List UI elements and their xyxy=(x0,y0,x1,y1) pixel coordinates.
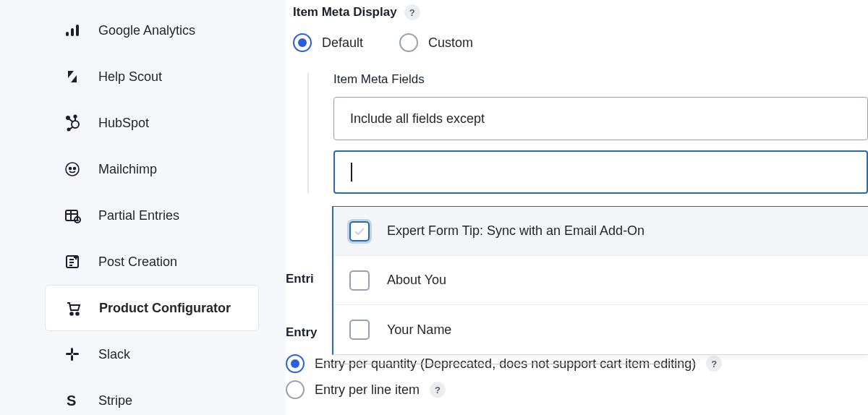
radio-circle-icon xyxy=(286,380,305,399)
item-meta-display-radios: Default Custom xyxy=(293,33,868,52)
mailchimp-icon xyxy=(64,161,85,178)
option-label: Your Name xyxy=(387,322,451,338)
svg-point-11 xyxy=(69,168,72,170)
option-label: About You xyxy=(387,273,446,288)
sidebar-item-help-scout[interactable]: Help Scout xyxy=(0,54,268,100)
svg-point-7 xyxy=(74,115,76,117)
svg-text:S: S xyxy=(67,393,76,408)
checkbox-icon[interactable] xyxy=(349,320,370,340)
post-creation-icon xyxy=(64,253,85,270)
item-meta-display-label: Item Meta Display ? xyxy=(293,4,420,20)
sidebar-item-stripe[interactable]: S Stripe xyxy=(0,377,268,415)
help-icon[interactable]: ? xyxy=(706,356,722,372)
sidebar-item-label: Product Configurator xyxy=(99,301,231,316)
radio-label: Entry per quantity (Deprecated, does not… xyxy=(315,356,696,372)
svg-rect-25 xyxy=(66,353,72,355)
sidebar-item-slack[interactable]: Slack xyxy=(0,331,268,377)
entry-creation-radios: Entry per quantity (Deprecated, does not… xyxy=(286,354,868,399)
svg-point-9 xyxy=(68,129,70,131)
hubspot-icon xyxy=(64,114,85,132)
sidebar-item-label: Slack xyxy=(98,347,130,362)
meta-fields-multiselect-input[interactable] xyxy=(333,150,868,194)
radio-entry-per-quantity[interactable]: Entry per quantity (Deprecated, does not… xyxy=(286,354,868,373)
sidebar-item-label: Mailchimp xyxy=(98,162,157,177)
svg-rect-1 xyxy=(71,28,74,36)
radio-entry-per-line-item[interactable]: Entry per line item ? xyxy=(286,380,868,399)
radio-custom[interactable]: Custom xyxy=(399,33,473,52)
sidebar: Google Analytics Help Scout HubSpot Mail… xyxy=(0,0,268,415)
sidebar-item-google-analytics[interactable]: Google Analytics xyxy=(0,7,268,54)
text-cursor-icon xyxy=(351,163,352,181)
partial-entries-icon xyxy=(64,207,85,224)
radio-label: Custom xyxy=(428,35,473,51)
svg-rect-2 xyxy=(76,25,79,36)
help-icon[interactable]: ? xyxy=(430,382,446,398)
svg-rect-26 xyxy=(73,353,79,355)
dropdown-option[interactable]: Expert Form Tip: Sync with an Email Add-… xyxy=(333,207,868,256)
sidebar-item-post-creation[interactable]: Post Creation xyxy=(0,239,268,285)
help-icon[interactable]: ? xyxy=(404,4,420,20)
sidebar-item-partial-entries[interactable]: Partial Entries xyxy=(0,192,268,239)
radio-default[interactable]: Default xyxy=(293,33,363,52)
svg-line-5 xyxy=(69,119,73,122)
sidebar-item-label: Partial Entries xyxy=(98,208,179,223)
sidebar-item-product-configurator[interactable]: Product Configurator xyxy=(45,285,259,331)
svg-rect-28 xyxy=(71,355,73,361)
slack-icon xyxy=(64,346,85,363)
radio-label: Default xyxy=(322,35,363,51)
cart-icon xyxy=(64,299,86,317)
entries-section-label-partial: Entri xyxy=(286,272,314,286)
sidebar-item-mailchimp[interactable]: Mailchimp xyxy=(0,146,268,192)
radio-circle-icon xyxy=(293,33,312,52)
stripe-icon: S xyxy=(64,392,85,409)
sidebar-item-hubspot[interactable]: HubSpot xyxy=(0,100,268,146)
label-text: Item Meta Display xyxy=(293,5,397,20)
dropdown-option[interactable]: About You xyxy=(333,256,868,305)
entry-creation-label-partial: Entry xyxy=(286,325,317,340)
radio-circle-icon xyxy=(399,33,418,52)
checkbox-icon[interactable] xyxy=(349,270,370,291)
sidebar-item-label: Help Scout xyxy=(98,69,162,85)
radio-label: Entry per line item xyxy=(315,382,420,398)
item-meta-fields-label: Item Meta Fields xyxy=(333,72,868,87)
dropdown-option[interactable]: Your Name xyxy=(333,305,868,354)
sidebar-item-label: HubSpot xyxy=(98,116,149,131)
helpscout-icon xyxy=(64,68,85,85)
svg-point-12 xyxy=(74,168,76,170)
select-value: Include all fields except xyxy=(350,111,485,127)
meta-fields-mode-select[interactable]: Include all fields except xyxy=(333,97,868,140)
radio-circle-icon xyxy=(286,354,305,373)
svg-rect-0 xyxy=(66,32,69,36)
item-meta-fields-block: Item Meta Fields Include all fields exce… xyxy=(307,72,868,194)
svg-point-10 xyxy=(66,163,79,176)
svg-rect-27 xyxy=(71,348,73,354)
sidebar-item-label: Google Analytics xyxy=(98,23,195,38)
checkbox-icon[interactable] xyxy=(349,221,370,241)
option-label: Expert Form Tip: Sync with an Email Add-… xyxy=(387,223,644,239)
meta-fields-dropdown[interactable]: Expert Form Tip: Sync with an Email Add-… xyxy=(332,206,868,355)
svg-point-23 xyxy=(70,312,73,315)
sidebar-item-label: Post Creation xyxy=(98,254,177,270)
analytics-icon xyxy=(64,22,85,39)
svg-point-24 xyxy=(76,312,79,315)
sidebar-item-label: Stripe xyxy=(98,393,132,408)
